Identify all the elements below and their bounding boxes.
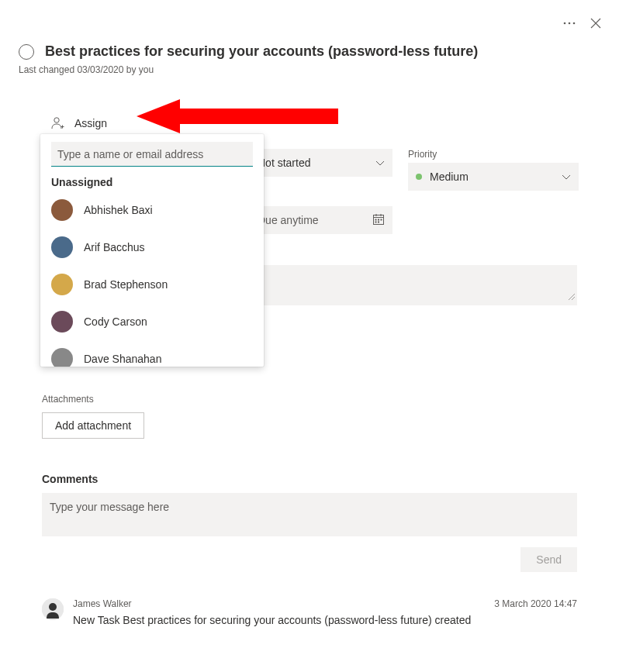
priority-dot-icon <box>416 174 422 180</box>
person-row[interactable]: Dave Shanahan <box>40 340 261 367</box>
avatar <box>51 348 73 367</box>
svg-point-11 <box>49 603 57 611</box>
assign-label: Assign <box>74 117 107 129</box>
assign-section-label: Unassigned <box>40 170 264 191</box>
svg-rect-7 <box>381 219 382 220</box>
avatar <box>51 236 73 258</box>
assign-people-list[interactable]: Abhishek BaxiArif BacchusBrad Stephenson… <box>40 191 264 367</box>
complete-task-toggle[interactable] <box>19 44 34 60</box>
resize-handle-icon[interactable] <box>566 290 576 304</box>
avatar <box>42 598 64 620</box>
close-icon[interactable] <box>588 16 603 31</box>
assign-button[interactable]: Assign <box>42 109 579 137</box>
svg-rect-9 <box>378 221 379 222</box>
add-attachment-button[interactable]: Add attachment <box>42 412 144 439</box>
assign-popover: Unassigned Abhishek BaxiArif BacchusBrad… <box>40 134 264 367</box>
calendar-icon <box>372 213 385 228</box>
priority-value: Medium <box>430 171 469 183</box>
person-row[interactable]: Brad Stephenson <box>40 266 261 303</box>
person-row[interactable]: Arif Bacchus <box>40 229 261 266</box>
priority-select[interactable]: Medium <box>408 163 579 191</box>
task-title[interactable]: Best practices for securing your account… <box>45 43 478 60</box>
person-add-icon <box>50 115 65 131</box>
person-name: Arif Bacchus <box>84 241 145 253</box>
person-name: Dave Shanahan <box>84 353 161 365</box>
person-row[interactable]: Cody Carson <box>40 303 261 340</box>
person-row[interactable]: Abhishek Baxi <box>40 191 261 229</box>
avatar <box>51 274 73 295</box>
comment-input[interactable] <box>42 493 577 536</box>
avatar <box>51 311 73 333</box>
chevron-down-icon <box>562 171 571 183</box>
activity-text: New Task Best practices for securing you… <box>73 614 577 626</box>
person-name: Brad Stephenson <box>84 278 168 291</box>
activity-timestamp: 3 March 2020 14:47 <box>494 598 577 609</box>
svg-point-3 <box>54 118 59 122</box>
assign-search-input[interactable] <box>51 142 253 167</box>
svg-point-0 <box>564 22 566 25</box>
send-button[interactable]: Send <box>520 547 577 572</box>
person-name: Abhishek Baxi <box>84 204 153 216</box>
svg-point-2 <box>573 22 576 25</box>
chevron-down-icon <box>375 157 385 169</box>
attachments-label: Attachments <box>42 394 144 405</box>
comments-label: Comments <box>42 473 577 485</box>
avatar <box>51 199 73 221</box>
priority-label: Priority <box>408 149 579 160</box>
svg-rect-8 <box>375 221 377 222</box>
person-name: Cody Carson <box>84 315 147 328</box>
activity-author: James Walker <box>73 598 132 609</box>
last-changed-text: Last changed 03/03/2020 by you <box>19 64 579 75</box>
svg-rect-6 <box>378 219 379 220</box>
more-options-icon[interactable] <box>562 16 577 31</box>
svg-rect-5 <box>375 219 377 220</box>
svg-point-1 <box>569 22 571 25</box>
